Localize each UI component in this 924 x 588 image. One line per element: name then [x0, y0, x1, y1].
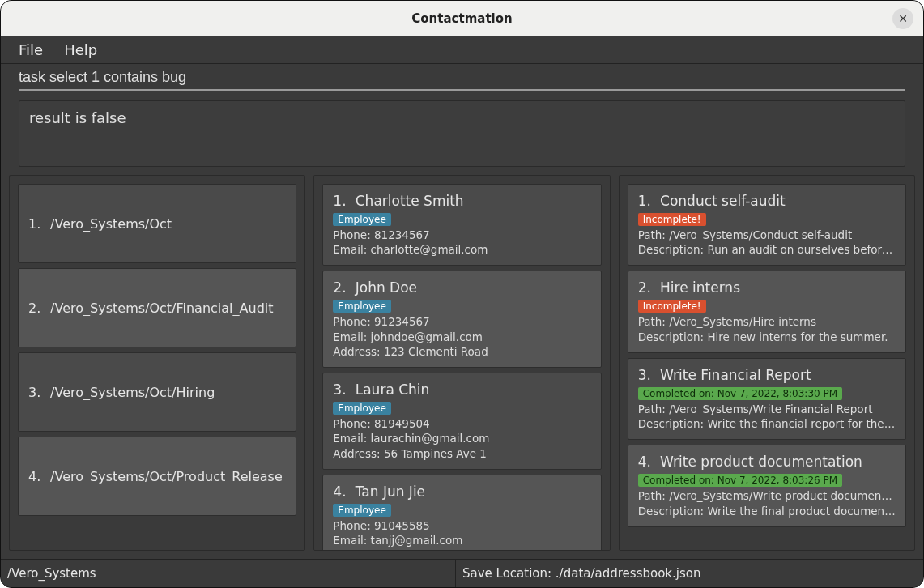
task-title: Write Financial Report — [660, 367, 811, 383]
task-path: Path: /Vero_Systems/Write Financial Repo… — [638, 402, 896, 416]
employee-badge: Employee — [333, 402, 390, 415]
group-label: /Vero_Systems/Oct/Hiring — [50, 385, 215, 400]
close-icon: ✕ — [898, 12, 908, 25]
employee-badge: Employee — [333, 504, 390, 517]
menu-help[interactable]: Help — [64, 41, 97, 58]
window-title: Contactmation — [411, 11, 512, 26]
titlebar: Contactmation ✕ — [1, 1, 923, 36]
group-label: /Vero_Systems/Oct — [50, 216, 172, 232]
contact-item[interactable]: 2. John Doe Employee Phone: 91234567 Ema… — [322, 271, 601, 368]
status-badge: Completed on: Nov 7, 2022, 8:03:30 PM — [638, 387, 842, 400]
task-desc: Description: Run an audit on ourselves b… — [638, 242, 896, 257]
statusbar: /Vero_Systems Save Location: ./data/addr… — [1, 559, 923, 587]
contact-email: Email: johndoe@gmail.com — [333, 330, 590, 344]
task-title: Write product documentation — [660, 454, 862, 470]
task-title: Hire interns — [660, 279, 740, 296]
contacts-panel[interactable]: 1. Charlotte Smith Employee Phone: 81234… — [313, 175, 610, 551]
contact-phone: Phone: 81949504 — [333, 416, 590, 431]
menu-file[interactable]: File — [19, 41, 43, 58]
columns: 1. /Vero_Systems/Oct 2. /Vero_Systems/Oc… — [1, 175, 923, 559]
contact-name: John Doe — [356, 279, 417, 296]
contact-address: Address: 123 Clementi Road — [333, 344, 590, 359]
group-label: /Vero_Systems/Oct/Financial_Audit — [50, 300, 273, 316]
close-button[interactable]: ✕ — [892, 8, 913, 29]
employee-badge: Employee — [333, 213, 390, 226]
task-desc: Description: Hire new interns for the su… — [638, 330, 896, 344]
group-item[interactable]: 2. /Vero_Systems/Oct/Financial_Audit — [18, 268, 296, 347]
task-item[interactable]: 3. Write Financial Report Completed on: … — [628, 358, 906, 440]
task-item[interactable]: 1. Conduct self-audit Incomplete! Path: … — [628, 184, 906, 266]
status-path: /Vero_Systems — [1, 560, 456, 587]
task-title: Conduct self-audit — [660, 193, 786, 209]
result-text: result is false — [29, 109, 126, 126]
contact-email: Email: laurachin@gmail.com — [333, 431, 590, 445]
contact-name: Charlotte Smith — [356, 193, 464, 209]
employee-badge: Employee — [333, 300, 390, 313]
group-item[interactable]: 1. /Vero_Systems/Oct — [18, 184, 296, 263]
task-desc: Description: Write the financial report … — [638, 416, 896, 431]
status-badge: Completed on: Nov 7, 2022, 8:03:26 PM — [638, 474, 842, 487]
group-item[interactable]: 3. /Vero_Systems/Oct/Hiring — [18, 352, 296, 432]
task-path: Path: /Vero_Systems/Write product docume… — [638, 488, 896, 503]
contact-item[interactable]: 4. Tan Jun Jie Employee Phone: 91045585 … — [322, 475, 601, 551]
status-badge: Incomplete! — [638, 213, 706, 226]
contact-name: Tan Jun Jie — [356, 484, 425, 500]
command-input-wrap — [19, 69, 905, 91]
contact-phone: Phone: 91234567 — [333, 314, 590, 329]
menubar: File Help — [1, 36, 923, 64]
contact-address: Address: 56 Tampines Ave 1 — [333, 446, 590, 461]
contact-name: Laura Chin — [356, 381, 430, 398]
task-desc: Description: Write the final product doc… — [638, 504, 896, 518]
task-path: Path: /Vero_Systems/Hire interns — [638, 314, 896, 329]
status-save-location: Save Location: ./data/addressbook.json — [456, 560, 923, 587]
contact-item[interactable]: 3. Laura Chin Employee Phone: 81949504 E… — [322, 373, 601, 470]
task-item[interactable]: 4. Write product documentation Completed… — [628, 445, 906, 526]
contact-phone: Phone: 91045585 — [333, 518, 590, 533]
contact-address: Address: 22 Jurong Blvd — [333, 548, 590, 551]
group-label: /Vero_Systems/Oct/Product_Release — [50, 469, 283, 484]
group-item[interactable]: 4. /Vero_Systems/Oct/Product_Release — [18, 437, 296, 516]
app-window: Contactmation ✕ File Help result is fals… — [0, 0, 924, 588]
command-input[interactable] — [19, 69, 905, 86]
contact-email: Email: tanjj@gmail.com — [333, 533, 590, 548]
task-item[interactable]: 2. Hire interns Incomplete! Path: /Vero_… — [628, 271, 906, 352]
result-box: result is false — [19, 100, 905, 167]
result-row: result is false — [1, 94, 923, 175]
status-badge: Incomplete! — [638, 300, 706, 313]
contact-item[interactable]: 1. Charlotte Smith Employee Phone: 81234… — [322, 184, 601, 266]
tasks-panel[interactable]: 1. Conduct self-audit Incomplete! Path: … — [619, 175, 915, 551]
task-path: Path: /Vero_Systems/Conduct self-audit — [638, 228, 896, 242]
contact-phone: Phone: 81234567 — [333, 228, 590, 242]
groups-panel[interactable]: 1. /Vero_Systems/Oct 2. /Vero_Systems/Oc… — [9, 175, 305, 551]
command-row — [1, 64, 923, 94]
contact-email: Email: charlotte@gmail.com — [333, 242, 590, 257]
